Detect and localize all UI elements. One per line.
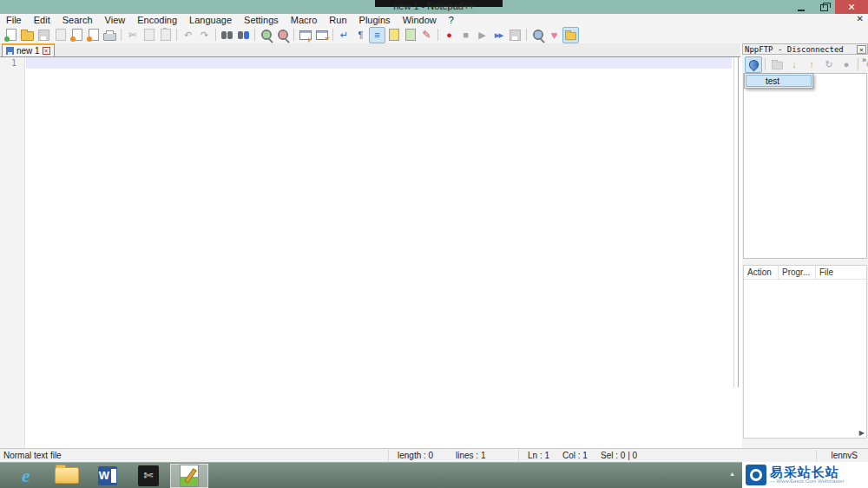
editor-panel-splitter[interactable] bbox=[738, 57, 739, 387]
menu-help[interactable]: ? bbox=[443, 15, 460, 25]
menu-run[interactable]: Run bbox=[323, 15, 352, 25]
title-bar[interactable]: new 1 - Notepad++ ✕ bbox=[0, 0, 868, 14]
menu-encoding[interactable]: Encoding bbox=[131, 15, 183, 25]
macro-save-button[interactable] bbox=[507, 27, 523, 43]
menu-file[interactable]: File bbox=[0, 15, 28, 25]
taskbar-word[interactable]: W bbox=[89, 464, 127, 488]
menu-macro[interactable]: Macro bbox=[285, 15, 324, 25]
easck-logo-icon bbox=[746, 465, 766, 485]
macro-run-multiple-button[interactable]: ▶▶ bbox=[490, 27, 507, 43]
minimize-button[interactable] bbox=[790, 0, 812, 14]
nppftp-refresh-button[interactable]: ↻ bbox=[820, 56, 838, 73]
column-action[interactable]: Action bbox=[744, 266, 779, 279]
nppftp-connect-button[interactable] bbox=[745, 56, 762, 73]
open-directory-icon bbox=[772, 62, 783, 69]
watermark-title: 易采站长站 bbox=[770, 465, 858, 478]
undo-button[interactable]: ↶ bbox=[180, 27, 196, 43]
tab-close-icon[interactable]: ✕ bbox=[43, 47, 50, 55]
editor-area[interactable]: 1 bbox=[0, 57, 740, 448]
status-separator bbox=[388, 450, 389, 461]
tab-new-1[interactable]: new 1 ✕ bbox=[2, 43, 55, 56]
close-all-button[interactable] bbox=[85, 27, 102, 43]
refresh-icon: ↻ bbox=[825, 60, 832, 69]
taskbar-internet-explorer[interactable]: e bbox=[7, 464, 45, 488]
function-list-button[interactable] bbox=[385, 27, 402, 43]
print-button[interactable] bbox=[102, 27, 118, 43]
cut-icon: ✄ bbox=[128, 30, 136, 40]
save-all-button[interactable] bbox=[52, 27, 69, 43]
nppftp-toggle-button[interactable] bbox=[562, 27, 579, 43]
toolbar-separator bbox=[858, 58, 858, 70]
menu-view[interactable]: View bbox=[99, 15, 132, 25]
abort-icon: ● bbox=[844, 60, 850, 69]
save-all-icon bbox=[56, 29, 66, 41]
list-scroll-right-icon[interactable]: ▶ bbox=[859, 429, 865, 437]
word-wrap-button[interactable]: ↵ bbox=[336, 27, 352, 43]
user-defined-dialog-button[interactable]: ✎ bbox=[418, 27, 435, 43]
compare-plugin-button[interactable]: ♥ bbox=[546, 27, 562, 43]
macro-stop-button[interactable]: ■ bbox=[457, 27, 474, 43]
run-multiple-icon: ▶▶ bbox=[495, 32, 503, 38]
sync-horizontal-scroll-button[interactable] bbox=[313, 27, 330, 43]
nppftp-upload-button[interactable]: ↑ bbox=[803, 56, 820, 73]
paste-icon bbox=[161, 29, 171, 41]
tab-bar: new 1 ✕ bbox=[0, 43, 740, 57]
nppftp-more-button[interactable]: » bbox=[862, 56, 866, 64]
scissors-icon: ✄ bbox=[138, 465, 159, 486]
macro-play-button[interactable]: ▶ bbox=[474, 27, 490, 43]
show-all-characters-button[interactable]: ¶ bbox=[352, 27, 369, 43]
nppftp-title: NppFTP - Disconnected bbox=[745, 45, 844, 54]
nppftp-close-icon[interactable]: ✕ bbox=[857, 45, 866, 54]
column-progress[interactable]: Progr... bbox=[779, 266, 816, 279]
taskbar-file-explorer[interactable] bbox=[48, 464, 86, 488]
show-hidden-icons-button[interactable]: ▲ bbox=[729, 471, 735, 477]
paste-button[interactable] bbox=[157, 27, 174, 43]
menu-plugins[interactable]: Plugins bbox=[353, 15, 397, 25]
window-controls: ✕ bbox=[790, 0, 868, 14]
indent-guide-button[interactable]: ≡ bbox=[369, 27, 385, 43]
zoom-out-button[interactable] bbox=[274, 27, 291, 43]
nppftp-file-tree[interactable] bbox=[743, 73, 867, 259]
editor-scrollbar-track[interactable] bbox=[733, 57, 734, 387]
profile-item-test[interactable]: test bbox=[746, 75, 812, 87]
column-file[interactable]: File bbox=[816, 266, 866, 279]
column-status: Col : 1 bbox=[562, 451, 588, 460]
nppftp-open-directory-button[interactable] bbox=[768, 56, 786, 73]
restore-button[interactable] bbox=[812, 0, 835, 14]
menu-language[interactable]: Language bbox=[183, 15, 238, 25]
find-result-window-button[interactable] bbox=[529, 27, 546, 43]
find-button[interactable] bbox=[219, 27, 235, 43]
nppftp-caption[interactable]: NppFTP - Disconnected ✕ bbox=[742, 43, 868, 55]
toolbar-separator bbox=[176, 29, 177, 41]
find-icon bbox=[221, 31, 233, 39]
copy-button[interactable] bbox=[141, 27, 157, 43]
menubar-close-icon[interactable]: ✕ bbox=[857, 14, 864, 23]
menu-window[interactable]: Window bbox=[397, 15, 443, 25]
nppftp-abort-button[interactable]: ● bbox=[838, 56, 855, 73]
file-explorer-icon bbox=[55, 467, 79, 484]
save-button[interactable] bbox=[36, 27, 52, 43]
open-file-button[interactable] bbox=[19, 27, 36, 43]
selection-status: Sel : 0 | 0 bbox=[601, 451, 637, 460]
sync-vertical-scroll-button[interactable] bbox=[297, 27, 313, 43]
macro-record-button[interactable]: ● bbox=[441, 27, 457, 43]
menu-edit[interactable]: Edit bbox=[28, 15, 56, 25]
new-file-button[interactable] bbox=[3, 27, 19, 43]
close-button-toolbar[interactable] bbox=[69, 27, 85, 43]
redo-button[interactable]: ↷ bbox=[196, 27, 213, 43]
taskbar-snipping-tool[interactable]: ✄ bbox=[129, 464, 168, 488]
show-all-characters-icon: ¶ bbox=[358, 30, 364, 40]
zoom-in-icon bbox=[261, 30, 272, 40]
close-button[interactable]: ✕ bbox=[835, 0, 868, 14]
play-icon: ▶ bbox=[478, 30, 485, 40]
cut-button[interactable]: ✄ bbox=[124, 27, 141, 43]
replace-button[interactable] bbox=[235, 27, 252, 43]
toolbar-separator bbox=[293, 29, 294, 41]
document-map-button[interactable] bbox=[402, 27, 418, 43]
zoom-in-button[interactable] bbox=[258, 27, 274, 43]
transfer-queue-list[interactable]: Action Progr... File ▶ bbox=[743, 265, 867, 439]
menu-search[interactable]: Search bbox=[56, 15, 99, 25]
nppftp-download-button[interactable]: ↓ bbox=[786, 56, 803, 73]
menu-settings[interactable]: Settings bbox=[238, 15, 285, 25]
taskbar-notepad-plus-plus[interactable] bbox=[170, 464, 208, 488]
